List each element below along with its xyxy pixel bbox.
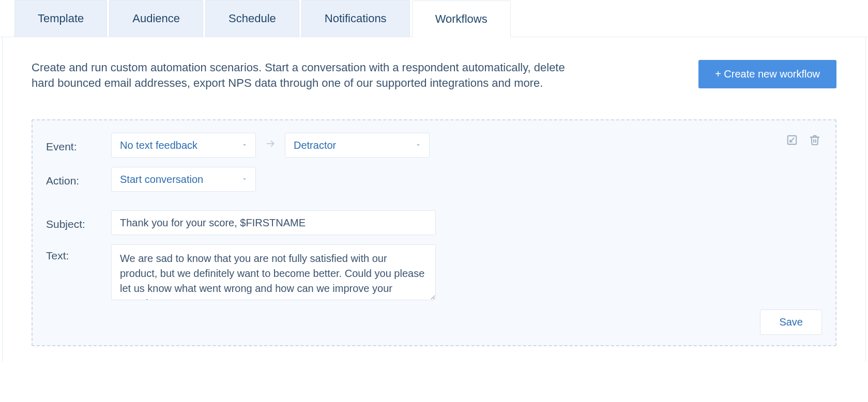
tab-audience[interactable]: Audience <box>109 0 203 37</box>
event-trigger-value: No text feedback <box>120 140 197 151</box>
action-row: Action: Start conversation <box>46 167 822 192</box>
event-label: Event: <box>46 137 111 153</box>
edit-icon[interactable] <box>785 133 799 147</box>
save-row: Save <box>46 310 822 335</box>
text-row: Text: <box>46 244 822 300</box>
tab-schedule[interactable]: Schedule <box>205 0 299 37</box>
tab-notifications[interactable]: Notifications <box>301 0 410 37</box>
create-workflow-button[interactable]: + Create new workflow <box>698 60 836 88</box>
card-actions <box>785 133 822 147</box>
intro-row: Create and run custom automation scenari… <box>32 60 836 90</box>
event-condition-select[interactable]: Detractor <box>285 133 430 158</box>
action-value: Start conversation <box>120 174 203 185</box>
tab-bar: Template Audience Schedule Notifications… <box>0 0 868 37</box>
save-button[interactable]: Save <box>760 310 822 335</box>
page-container: Template Audience Schedule Notifications… <box>0 0 868 402</box>
tab-template[interactable]: Template <box>14 0 107 37</box>
caret-down-icon <box>241 140 248 151</box>
subject-label: Subject: <box>46 215 111 230</box>
action-label: Action: <box>46 172 111 187</box>
text-label: Text: <box>46 244 111 262</box>
arrow-right-icon <box>265 138 276 152</box>
tab-workflows[interactable]: Workflows <box>412 1 511 37</box>
delete-icon[interactable] <box>808 133 822 147</box>
tab-content: Create and run custom automation scenari… <box>2 37 866 362</box>
event-row: Event: No text feedback Detractor <box>46 133 822 158</box>
caret-down-icon <box>241 174 248 185</box>
text-textarea[interactable] <box>111 244 436 300</box>
event-trigger-select[interactable]: No text feedback <box>111 133 256 158</box>
caret-down-icon <box>415 140 422 151</box>
subject-input[interactable] <box>111 210 436 235</box>
event-condition-value: Detractor <box>294 140 336 151</box>
subject-row: Subject: <box>46 210 822 235</box>
workflow-card: Event: No text feedback Detractor <box>32 119 836 346</box>
intro-text: Create and run custom automation scenari… <box>32 60 569 90</box>
action-select[interactable]: Start conversation <box>111 167 256 192</box>
